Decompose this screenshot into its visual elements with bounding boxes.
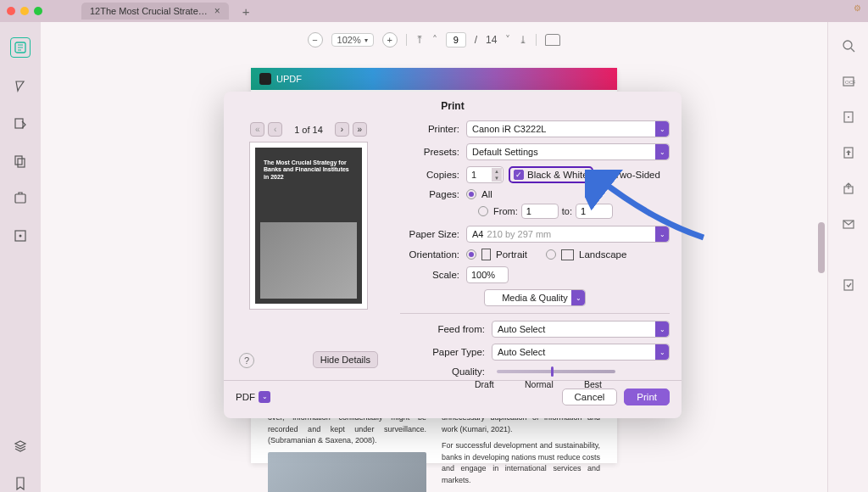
pages-label: Pages: <box>400 189 466 199</box>
svg-rect-2 <box>15 156 22 165</box>
svg-point-11 <box>848 116 849 118</box>
minimize-window-icon[interactable] <box>20 7 29 15</box>
updf-logo-icon <box>259 73 271 85</box>
chevron-down-icon: ⌄ <box>655 344 669 360</box>
chevron-down-icon: ⌄ <box>655 121 669 137</box>
search-icon[interactable] <box>840 37 857 54</box>
quality-label: Quality: <box>400 366 492 377</box>
print-preview: The Most Crucial Strategy for Banks and … <box>249 142 368 310</box>
organize-tool-icon[interactable] <box>12 153 29 170</box>
last-page-icon[interactable]: ⤓ <box>519 34 527 46</box>
svg-point-6 <box>19 235 22 238</box>
layers-icon[interactable] <box>12 438 29 455</box>
maximize-window-icon[interactable] <box>34 7 42 15</box>
close-tab-icon[interactable]: × <box>214 5 220 17</box>
pages-range-radio[interactable] <box>478 206 488 216</box>
prev-page-icon[interactable]: ˄ <box>432 34 437 46</box>
window-titlebar: 12The Most Crucial Strate… × + ⚙ <box>0 0 868 22</box>
scrollbar-thumb[interactable] <box>818 222 825 273</box>
doc-header: UPDF <box>251 68 617 90</box>
pages-all-label: All <box>481 189 492 199</box>
close-window-icon[interactable] <box>7 7 15 15</box>
presets-select[interactable]: Default Settings⌄ <box>466 143 670 160</box>
pages-from-input[interactable] <box>521 204 559 219</box>
paper-type-select[interactable]: Auto Select⌄ <box>492 344 670 361</box>
cancel-button[interactable]: Cancel <box>562 389 618 405</box>
app-logo-icon: ⚙ <box>854 3 861 13</box>
form-tool-icon[interactable] <box>12 227 29 244</box>
zoom-out-button[interactable]: − <box>308 32 323 48</box>
preview-first-button[interactable]: « <box>250 122 264 137</box>
ocr-icon[interactable]: OCR <box>840 73 857 90</box>
two-sided-checkbox[interactable]: Two-Sided <box>601 170 660 180</box>
page-number-input[interactable] <box>446 32 466 48</box>
left-sidebar <box>0 22 41 492</box>
share-icon[interactable] <box>840 180 857 197</box>
edit-tool-icon[interactable] <box>12 115 29 132</box>
export-icon[interactable] <box>840 144 857 161</box>
section-select[interactable]: Media & Quality⌄ <box>484 289 586 306</box>
scale-input[interactable]: 100% <box>466 266 509 283</box>
copies-label: Copies: <box>400 170 466 180</box>
crop-icon[interactable] <box>840 109 857 126</box>
viewer-toolbar: − 102%▾ + ⤒ ˄ / 14 ˅ ⤓ <box>41 27 827 53</box>
doc-image <box>268 452 426 493</box>
black-white-checkbox[interactable]: ✓ Black & White <box>509 166 593 183</box>
paper-type-label: Paper Type: <box>400 347 492 357</box>
right-sidebar: OCR <box>827 22 868 492</box>
tools-icon[interactable] <box>12 190 29 207</box>
step-down-icon[interactable]: ▼ <box>492 175 502 182</box>
pages-all-radio[interactable] <box>466 189 476 199</box>
vertical-scrollbar[interactable] <box>818 48 825 484</box>
presets-label: Presets: <box>400 147 466 157</box>
quality-normal-label: Normal <box>525 379 554 389</box>
printer-label: Printer: <box>400 124 466 134</box>
pages-from-label: From: <box>493 206 518 216</box>
preview-image <box>260 222 357 299</box>
print-icon[interactable] <box>840 277 857 294</box>
next-page-icon[interactable]: ˅ <box>505 34 510 46</box>
checkbox-checked-icon: ✓ <box>514 170 524 180</box>
checkbox-icon <box>601 170 611 180</box>
svg-text:OCR: OCR <box>845 80 855 85</box>
landscape-radio[interactable] <box>546 249 556 260</box>
preview-last-button[interactable]: » <box>353 122 367 137</box>
page-total: 14 <box>486 34 497 46</box>
first-page-icon[interactable]: ⤒ <box>415 34 424 46</box>
bookmark-icon[interactable] <box>12 475 29 492</box>
hide-details-button[interactable]: Hide Details <box>313 351 378 368</box>
pdf-dropdown[interactable]: PDF⌄ <box>236 391 270 403</box>
help-button[interactable]: ? <box>239 353 254 368</box>
landscape-icon <box>561 249 574 260</box>
reader-mode-icon[interactable] <box>10 37 31 58</box>
email-icon[interactable] <box>840 215 857 232</box>
preview-prev-button[interactable]: ‹ <box>268 122 282 137</box>
step-up-icon[interactable]: ▲ <box>492 168 502 175</box>
preview-next-button[interactable]: › <box>335 122 349 137</box>
portrait-label: Portrait <box>496 249 527 260</box>
landscape-label: Landscape <box>579 249 626 260</box>
quality-slider[interactable] <box>497 370 615 373</box>
document-tab[interactable]: 12The Most Crucial Strate… × <box>81 3 229 20</box>
feed-from-label: Feed from: <box>400 324 492 334</box>
new-tab-button[interactable]: + <box>242 4 250 19</box>
paper-size-label: Paper Size: <box>400 229 466 239</box>
feed-from-select[interactable]: Auto Select⌄ <box>492 321 670 338</box>
page-separator: / <box>475 34 477 46</box>
zoom-in-button[interactable]: + <box>382 32 398 48</box>
chevron-down-icon: ⌄ <box>655 321 669 337</box>
paper-size-select[interactable]: A4210 by 297 mm⌄ <box>466 226 670 243</box>
zoom-select[interactable]: 102%▾ <box>331 33 374 47</box>
svg-rect-4 <box>15 194 25 203</box>
preview-page-label: 1 of 14 <box>294 125 323 135</box>
pages-to-input[interactable] <box>576 204 613 219</box>
comment-tool-icon[interactable] <box>12 78 29 95</box>
copies-input[interactable]: 1▲▼ <box>466 166 504 183</box>
printer-select[interactable]: Canon iR C3222L⌄ <box>466 120 670 137</box>
scale-label: Scale: <box>400 270 466 280</box>
slider-thumb-icon[interactable] <box>551 366 554 377</box>
slideshow-icon[interactable] <box>545 34 560 46</box>
portrait-radio[interactable] <box>466 249 476 260</box>
pages-to-label: to: <box>562 206 572 216</box>
print-button[interactable]: Print <box>624 389 670 405</box>
